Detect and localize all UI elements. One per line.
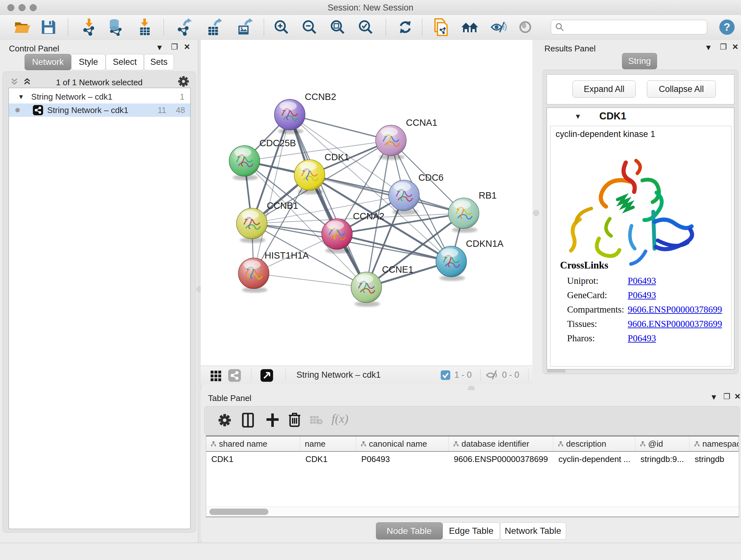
node-label-CCNA1: CCNA1 — [406, 118, 437, 128]
network-collection-row[interactable]: ▼ String Network – cdk1 1 — [9, 90, 190, 104]
table-settings-icon[interactable] — [218, 414, 231, 428]
network-node-CDKN1A[interactable]: CDKN1A — [436, 239, 503, 281]
control-panel-float-icon[interactable]: ❐ — [171, 43, 178, 51]
help-button[interactable]: ? — [718, 17, 737, 37]
tab-string[interactable]: String — [622, 53, 657, 69]
crosslink-link-compartments-[interactable]: 9606.ENSP00000378699 — [628, 304, 722, 315]
network-node-count: 11 — [158, 105, 166, 115]
apply-function-icon: f(x) — [332, 412, 348, 426]
network-node-CCNE1[interactable]: CCNE1 — [351, 264, 413, 307]
tab-network[interactable]: Network — [24, 54, 71, 70]
network-snapshot-button[interactable] — [431, 17, 451, 37]
network-edge-count: 48 — [176, 105, 185, 115]
network-edge-CCNE1-HIST1H1A[interactable] — [254, 273, 366, 287]
import-network-button[interactable] — [79, 17, 98, 37]
zoom-selected-button[interactable] — [356, 17, 375, 37]
network-graph: CCNB2CCNA1CDC25BCDK1CDC6RB1CCNB1CCNA2CDK… — [201, 40, 532, 366]
show-columns-icon[interactable] — [242, 413, 254, 429]
hide-unhide-icon — [490, 20, 507, 34]
import-table-button[interactable] — [135, 17, 154, 37]
eye-disabled-button[interactable] — [516, 17, 535, 37]
table-panel-float-icon[interactable]: ❐ — [724, 393, 731, 400]
gene-entry-body: cyclin-dependent kinase 1 — [550, 126, 731, 367]
table-panel-close-icon[interactable]: ✕ — [734, 393, 741, 400]
results-scrollbar-thumb[interactable] — [547, 369, 566, 373]
network-edge-CCNE1-CCNB2[interactable] — [290, 115, 366, 287]
hidden-node-edge-count: 0 - 0 — [502, 370, 519, 380]
string-home-button[interactable] — [460, 17, 479, 37]
tab-sets[interactable]: Sets — [144, 54, 174, 70]
network-row-selected[interactable]: String Network – cdk1 11 48 — [9, 104, 190, 117]
global-search — [551, 20, 707, 35]
open-session-icon — [14, 20, 30, 35]
network-node-CDK1[interactable]: CDK1 — [294, 152, 349, 194]
network-view-canvas[interactable]: CCNB2CCNA1CDC25BCDK1CDC6RB1CCNB1CCNA2CDK… — [201, 40, 532, 366]
table-cell-name: CDK1 — [300, 452, 356, 466]
network-node-CDC25B[interactable]: CDC25B — [229, 138, 296, 180]
collection-disclosure-icon[interactable]: ▼ — [18, 93, 24, 101]
grid-view-icon[interactable] — [210, 369, 222, 383]
results-panel-float-icon[interactable]: ❐ — [720, 43, 727, 51]
column-header-namespace[interactable]: namespace — [690, 436, 739, 451]
results-panel-close-icon[interactable]: ✕ — [732, 43, 738, 51]
column-header-name[interactable]: name — [300, 436, 356, 451]
column-header--id[interactable]: @id — [635, 436, 690, 451]
export-network-button[interactable] — [174, 17, 193, 37]
add-column-icon[interactable] — [266, 413, 279, 429]
table-panel-menu-icon[interactable]: ▼ — [710, 393, 718, 401]
open-session-button[interactable] — [13, 17, 32, 37]
selected-checkbox-icon[interactable] — [441, 370, 451, 381]
column-header-database-identifier[interactable]: database identifier — [449, 436, 553, 451]
tab-network-table[interactable]: Network Table — [500, 522, 566, 540]
network-node-CCNB2[interactable]: CCNB2 — [274, 91, 336, 134]
crosslink-label-genecard-: GeneCard: — [567, 290, 628, 300]
network-node-HIST1H1A[interactable]: HIST1H1A — [239, 250, 309, 293]
export-image-button[interactable] — [235, 17, 254, 37]
save-session-button[interactable] — [39, 17, 58, 37]
help-icon: ? — [719, 19, 735, 36]
network-node-RB1[interactable]: RB1 — [448, 190, 496, 233]
expand-all-button[interactable]: Expand All — [572, 80, 636, 98]
results-panel-menu-icon[interactable]: ▼ — [704, 44, 712, 51]
table-panel-title: Table Panel — [208, 393, 252, 403]
node-label-CDC6: CDC6 — [418, 172, 444, 183]
collapse-all-button[interactable]: Collapse All — [647, 80, 716, 98]
control-panel-tabs: NetworkStyleSelectSets — [0, 54, 222, 70]
crosslink-link-tissues-[interactable]: 9606.ENSP00000378699 — [628, 319, 722, 329]
export-table-button[interactable] — [204, 17, 223, 37]
column-header-description[interactable]: description — [553, 436, 635, 451]
hide-unhide-button[interactable] — [489, 17, 508, 37]
crosslink-link-uniprot-[interactable]: P06493 — [628, 275, 656, 286]
network-edge-CCNB2-CCNA1[interactable] — [290, 115, 391, 140]
splitter-handle-right[interactable] — [533, 210, 539, 216]
zoom-in-button[interactable] — [272, 17, 291, 37]
protein-structure-image — [563, 146, 700, 277]
vertical-splitter-right[interactable] — [532, 40, 539, 392]
control-panel-close-icon[interactable]: ✕ — [184, 43, 190, 51]
crosslink-link-genecard-[interactable]: P06493 — [628, 290, 656, 300]
table-hscrollbar-thumb[interactable] — [209, 509, 268, 515]
tab-edge-table[interactable]: Edge Table — [443, 522, 500, 540]
detach-view-icon[interactable] — [260, 369, 273, 383]
column-header-canonical-name[interactable]: canonical name — [356, 436, 449, 451]
string-view-icon[interactable] — [228, 369, 241, 383]
zoom-fit-button[interactable] — [328, 17, 347, 37]
network-node-CDC6[interactable]: CDC6 — [389, 172, 444, 215]
network-node-CCNA1[interactable]: CCNA1 — [376, 118, 437, 160]
search-input[interactable] — [564, 22, 700, 32]
tab-node-table[interactable]: Node Table — [376, 522, 443, 540]
network-options-gear-icon[interactable] — [178, 76, 189, 88]
control-panel-menu-icon[interactable]: ▼ — [156, 44, 163, 51]
tab-style[interactable]: Style — [71, 54, 106, 70]
column-header-shared-name[interactable]: shared name — [206, 436, 300, 451]
gene-disclosure-icon[interactable]: ▼ — [575, 112, 582, 121]
crosslink-link-pharos-[interactable]: P06493 — [628, 333, 656, 344]
delete-column-icon[interactable] — [288, 412, 301, 429]
import-database-button[interactable] — [106, 17, 125, 37]
refresh-layout-button[interactable] — [396, 17, 415, 37]
zoom-out-button[interactable] — [300, 17, 319, 37]
tab-select[interactable]: Select — [106, 54, 144, 70]
footer-separator — [528, 369, 529, 381]
hidden-eye-icon[interactable] — [485, 370, 499, 382]
table-row[interactable]: CDK1CDK1P064939606.ENSP00000378699cyclin… — [206, 452, 739, 466]
